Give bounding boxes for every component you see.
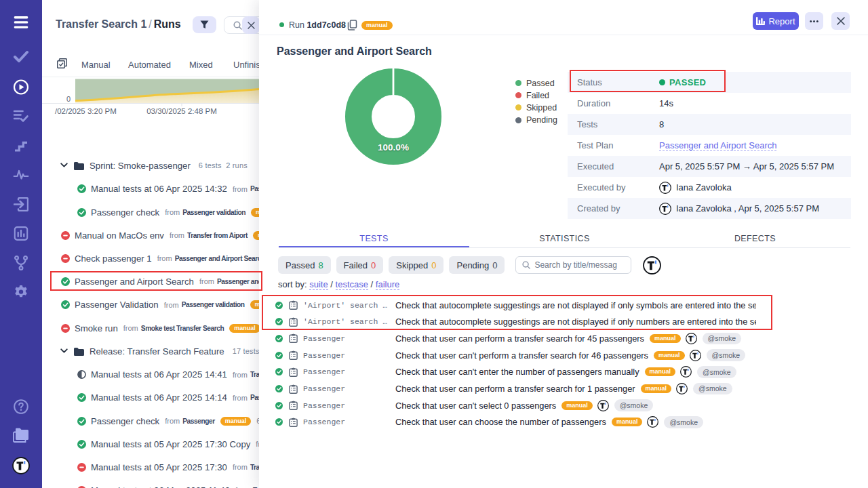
svg-text:/02/2025 3:20 PM: /02/2025 3:20 PM <box>55 107 117 115</box>
svg-text:100.0%: 100.0% <box>378 142 409 152</box>
svg-text:03/30/2025 2:48 PM: 03/30/2025 2:48 PM <box>146 107 217 115</box>
svg-text:0: 0 <box>66 95 71 103</box>
